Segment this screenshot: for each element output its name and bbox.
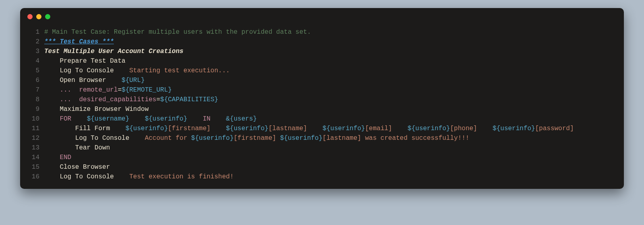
line-number: 13 <box>20 143 44 153</box>
code-token: [password] <box>535 125 574 132</box>
code-token: ${URL} <box>122 77 145 84</box>
code-token <box>211 125 226 132</box>
code-line: 5 Log To Console Starting test execution… <box>20 66 624 76</box>
code-line: 16 Log To Console Test execution is fini… <box>20 172 624 182</box>
code-token: Fill Form <box>44 125 126 132</box>
code-line: 4 Prepare Test Data <box>20 56 624 66</box>
code-token: Open Browser <box>44 77 122 84</box>
code-token: Tear Down <box>44 144 110 151</box>
code-token <box>477 125 492 132</box>
code-token <box>211 115 226 123</box>
code-token: = <box>156 96 160 103</box>
code-token: ${userinfo} <box>280 135 323 142</box>
code-token: ... <box>60 86 71 94</box>
line-content: Log To Console Starting test execution..… <box>44 66 624 76</box>
code-line: 12 Log To Console Account for ${userinfo… <box>20 133 624 143</box>
code-token: ${userinfo} <box>191 135 234 142</box>
code-token: ${userinfo} <box>493 125 535 132</box>
line-number: 15 <box>20 162 44 172</box>
code-token: remote_url <box>79 86 118 94</box>
code-token: [email] <box>365 125 392 132</box>
code-token: ${userinfo} <box>408 125 450 132</box>
line-number: 7 <box>20 85 44 95</box>
code-line: 8 ... desired_capabilities=${CAPABILITIE… <box>20 95 624 104</box>
line-content: Log To Console Test execution is finishe… <box>44 172 624 182</box>
line-number: 4 <box>20 56 44 66</box>
code-line: 11 Fill Form ${userinfo}[firstname] ${us… <box>20 124 624 133</box>
titlebar <box>20 8 624 25</box>
code-token <box>307 125 322 132</box>
code-token: FOR <box>60 115 71 123</box>
code-token: ${userinfo} <box>322 125 365 132</box>
line-content: Fill Form ${userinfo}[firstname] ${useri… <box>44 124 624 133</box>
code-token: Starting test execution... <box>129 67 230 74</box>
code-token: Prepare Test Data <box>44 57 126 65</box>
code-token <box>44 115 60 123</box>
code-token: desired_capabilities <box>79 96 156 103</box>
code-token: END <box>60 154 71 161</box>
code-token: [lastname] was created successfully!!! <box>322 135 469 142</box>
code-token: # Main Test Case: Register multiple user… <box>44 29 311 36</box>
code-token: [firstname] <box>168 125 211 132</box>
code-token: ${userinfo} <box>145 115 188 123</box>
line-number: 3 <box>20 47 44 56</box>
code-line: 6 Open Browser ${URL} <box>20 76 624 85</box>
code-token: [phone] <box>450 125 477 132</box>
code-token: Log To Console <box>44 135 145 142</box>
code-token <box>129 115 144 123</box>
code-token: ${userinfo} <box>226 125 268 132</box>
line-number: 8 <box>20 95 44 104</box>
line-number: 10 <box>20 114 44 124</box>
code-line: 1# Main Test Case: Register multiple use… <box>20 27 624 37</box>
code-token: Account for <box>145 135 191 142</box>
minimize-icon[interactable] <box>36 14 41 19</box>
code-token <box>44 86 60 94</box>
line-content: Maximize Browser Window <box>44 104 624 114</box>
line-content: Close Browser <box>44 162 624 172</box>
close-icon[interactable] <box>27 14 33 19</box>
line-content: Prepare Test Data <box>44 56 624 66</box>
code-token: &{users} <box>226 115 257 123</box>
code-token: Close Browser <box>44 164 110 171</box>
code-token: ${REMOTE_URL} <box>122 86 172 94</box>
line-number: 9 <box>20 104 44 114</box>
line-content: FOR ${username} ${userinfo} IN &{users} <box>44 114 624 124</box>
code-line: 7 ... remote_url=${REMOTE_URL} <box>20 85 624 95</box>
code-token: ... <box>60 96 71 103</box>
line-number: 2 <box>20 37 44 47</box>
line-content: ... remote_url=${REMOTE_URL} <box>44 85 624 95</box>
code-token: ${username} <box>87 115 130 123</box>
code-token: IN <box>203 115 211 123</box>
line-number: 14 <box>20 153 44 162</box>
line-content: Log To Console Account for ${userinfo}[f… <box>44 133 624 143</box>
maximize-icon[interactable] <box>45 14 50 19</box>
line-content: ... desired_capabilities=${CAPABILITIES} <box>44 95 624 104</box>
code-line: 10 FOR ${username} ${userinfo} IN &{user… <box>20 114 624 124</box>
code-token: Maximize Browser Window <box>44 106 149 113</box>
code-token <box>392 125 407 132</box>
line-content: Open Browser ${URL} <box>44 76 624 85</box>
line-number: 16 <box>20 172 44 182</box>
code-line: 13 Tear Down <box>20 143 624 153</box>
code-token: [lastname] <box>268 125 307 132</box>
code-token: Test execution is finished! <box>129 173 233 180</box>
code-line: 3Test Multiple User Account Creations <box>20 47 624 56</box>
code-token <box>71 96 79 103</box>
code-line: 2*** Test Cases *** <box>20 37 624 47</box>
line-number: 1 <box>20 27 44 37</box>
code-token <box>71 115 87 123</box>
code-token: = <box>118 86 122 94</box>
line-number: 12 <box>20 133 44 143</box>
code-token: Test Multiple User Account Creations <box>44 48 184 55</box>
code-token <box>44 154 60 161</box>
line-content: Test Multiple User Account Creations <box>44 47 624 56</box>
line-content: Tear Down <box>44 143 624 153</box>
code-line: 9 Maximize Browser Window <box>20 104 624 114</box>
code-line: 14 END <box>20 153 624 162</box>
line-content: END <box>44 153 624 162</box>
code-area: 1# Main Test Case: Register multiple use… <box>20 25 624 182</box>
code-token: Log To Console <box>44 173 129 180</box>
code-token: ${userinfo} <box>126 125 168 132</box>
code-line: 15 Close Browser <box>20 162 624 172</box>
line-number: 11 <box>20 124 44 133</box>
